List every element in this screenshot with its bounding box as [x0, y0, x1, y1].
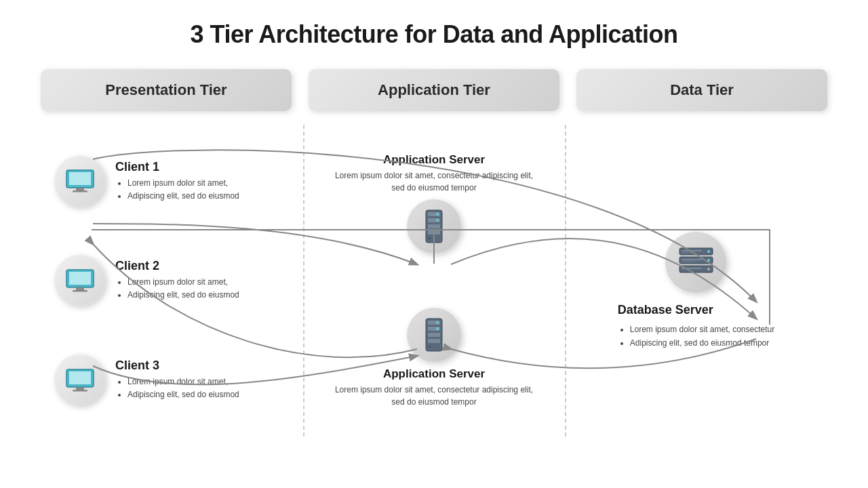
- presentation-column: Client 1 Lorem ipsum dolor sit amet, Adi…: [41, 125, 303, 436]
- svg-rect-12: [69, 371, 91, 384]
- monitor-icon: [65, 169, 95, 193]
- monitor-icon: [65, 368, 95, 392]
- svg-point-21: [436, 219, 439, 222]
- client-3-text: Client 3 Lorem ipsum dolor sit amet, Adi…: [115, 359, 239, 401]
- db-icon-circle: [665, 232, 726, 293]
- client-3-item: Client 3 Lorem ipsum dolor sit amet, Adi…: [54, 354, 290, 405]
- app-server-2-block: Application Server Lorem ipsum dolor sit…: [310, 302, 558, 408]
- client-3-bullet-1: Lorem ipsum dolor sit amet,: [127, 375, 239, 388]
- client-1-bullet-1: Lorem ipsum dolor sit amet,: [127, 177, 239, 190]
- app-server-2-desc: Lorem ipsum dolor sit amet, consectetur …: [310, 384, 558, 408]
- svg-rect-37: [682, 250, 702, 251]
- svg-point-20: [436, 213, 439, 216]
- server-tower-icon: [420, 317, 448, 352]
- db-server-bullets: Lorem ipsum dolor sit amet, consectetur …: [618, 323, 774, 350]
- svg-rect-30: [428, 346, 431, 348]
- db-server-bullet-2: Adipiscing elit, sed do eiusmod tempor: [630, 336, 774, 350]
- svg-rect-19: [428, 230, 440, 235]
- monitor-icon: [65, 268, 95, 293]
- client-2-item: Client 2 Lorem ipsum dolor sit amet, Adi…: [54, 255, 290, 306]
- client-2-icon-circle: [54, 255, 105, 306]
- client-1-text: Client 1 Lorem ipsum dolor sit amet, Adi…: [115, 160, 239, 203]
- app-server-1-desc: Lorem ipsum dolor sit amet, consectetur …: [310, 169, 558, 194]
- app-server-1-name: Application Server: [310, 153, 558, 167]
- svg-point-28: [436, 321, 439, 324]
- svg-rect-2: [69, 172, 91, 185]
- client-1-bullets: Lorem ipsum dolor sit amet, Adipiscing e…: [115, 177, 239, 203]
- svg-rect-38: [682, 259, 702, 260]
- svg-point-29: [436, 327, 439, 330]
- client-1-bullet-2: Adipiscing elit, sed do eiusmod: [127, 190, 239, 203]
- svg-rect-9: [73, 290, 87, 292]
- server-tower-icon: [420, 209, 448, 244]
- page-title: 3 Tier Architecture for Data and Applica…: [41, 20, 827, 49]
- client-1-item: Client 1 Lorem ipsum dolor sit amet, Adi…: [54, 156, 290, 207]
- svg-rect-14: [73, 390, 87, 392]
- svg-rect-39: [682, 268, 702, 269]
- tier-headers: Presentation Tier Application Tier Data …: [41, 69, 827, 111]
- client-2-name: Client 2: [115, 259, 239, 273]
- svg-rect-7: [69, 272, 91, 285]
- client-1-name: Client 1: [115, 160, 239, 174]
- client-3-bullet-2: Adipiscing elit, sed do eiusmod: [127, 388, 239, 401]
- app-server-1-block: Application Server Lorem ipsum dolor sit…: [310, 153, 558, 259]
- application-column: Application Server Lorem ipsum dolor sit…: [303, 125, 565, 436]
- client-2-bullet-1: Lorem ipsum dolor sit amet,: [127, 276, 239, 289]
- slide: 3 Tier Architecture for Data and Applica…: [0, 0, 868, 488]
- presentation-tier-header: Presentation Tier: [41, 69, 292, 111]
- client-3-icon-circle: [54, 354, 105, 405]
- svg-point-35: [707, 259, 710, 262]
- svg-rect-26: [428, 333, 440, 337]
- app-server-1-icon-circle: [407, 199, 461, 253]
- svg-point-36: [707, 268, 710, 270]
- db-server-bullet-1: Lorem ipsum dolor sit amet, consectetur: [630, 323, 774, 336]
- client-2-text: Client 2 Lorem ipsum dolor sit amet, Adi…: [115, 259, 239, 302]
- svg-rect-40: [682, 252, 695, 253]
- application-tier-header: Application Tier: [309, 69, 559, 111]
- content-area: Client 1 Lorem ipsum dolor sit amet, Adi…: [41, 125, 827, 436]
- data-tier-header: Data Tier: [576, 69, 827, 111]
- app-server-2-icon-circle: [407, 308, 461, 362]
- client-1-icon-circle: [54, 156, 105, 207]
- svg-rect-4: [73, 190, 87, 192]
- svg-rect-8: [76, 287, 84, 290]
- client-3-bullets: Lorem ipsum dolor sit amet, Adipiscing e…: [115, 375, 239, 401]
- app-server-2-name: Application Server: [310, 367, 558, 381]
- svg-point-34: [707, 250, 710, 253]
- svg-rect-22: [428, 237, 431, 239]
- svg-rect-41: [682, 261, 695, 262]
- data-column: Database Server Lorem ipsum dolor sit am…: [565, 125, 827, 436]
- svg-rect-3: [76, 188, 84, 190]
- svg-rect-13: [76, 387, 84, 390]
- db-server-name: Database Server: [618, 303, 774, 317]
- client-2-bullet-2: Adipiscing elit, sed do eiusmod: [127, 289, 239, 302]
- client-3-name: Client 3: [115, 359, 239, 373]
- svg-rect-27: [428, 339, 440, 343]
- svg-rect-18: [428, 224, 440, 228]
- db-server-content: Database Server Lorem ipsum dolor sit am…: [618, 303, 774, 350]
- db-server-wrapper: Database Server Lorem ipsum dolor sit am…: [618, 232, 774, 350]
- client-2-bullets: Lorem ipsum dolor sit amet, Adipiscing e…: [115, 276, 239, 302]
- db-rack-icon: [677, 245, 715, 279]
